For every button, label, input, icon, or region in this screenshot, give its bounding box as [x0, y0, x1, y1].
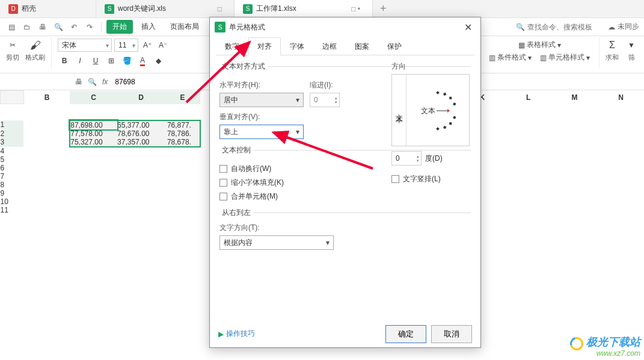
- fx-search-icon[interactable]: 🔍: [85, 78, 99, 86]
- preview-icon[interactable]: 🔍: [52, 20, 65, 34]
- undo-icon[interactable]: ↶: [67, 20, 81, 34]
- indent-spinner[interactable]: 0: [310, 93, 340, 107]
- search-input[interactable]: [527, 23, 600, 31]
- border-icon[interactable]: ⊞: [105, 54, 118, 67]
- format-painter-icon[interactable]: 🖌: [28, 39, 43, 52]
- tab-align[interactable]: 对齐: [248, 37, 281, 55]
- row-header[interactable]: 11: [1, 206, 24, 214]
- vertical-text-button[interactable]: 文本: [392, 75, 406, 146]
- row-header[interactable]: 2: [1, 129, 24, 138]
- cancel-button[interactable]: 取消: [431, 325, 472, 343]
- col-header[interactable]: M: [551, 91, 598, 104]
- row-header[interactable]: 8: [1, 181, 24, 189]
- sum-icon[interactable]: Σ: [606, 39, 619, 52]
- sync-status[interactable]: ☁ 未同步: [608, 22, 639, 32]
- decrease-font-icon[interactable]: A⁻: [156, 39, 170, 52]
- dialog-titlebar[interactable]: S 单元格格式 ✕: [210, 17, 480, 37]
- tab-word-keywords[interactable]: S word关键词.xls □: [96, 0, 235, 17]
- tab-font[interactable]: 字体: [281, 37, 313, 55]
- sync-label: 未同步: [618, 22, 639, 32]
- col-header[interactable]: B: [23, 91, 70, 104]
- document-tabs: D 稻壳 S word关键词.xls □ S 工作簿1.xlsx □ • +: [0, 0, 644, 18]
- conditional-format-button[interactable]: ▥条件格式 ▾: [486, 51, 535, 64]
- table-style-group: ▦表格样式 ▾ ▥条件格式 ▾ ▥单元格样式 ▾: [485, 37, 594, 73]
- open-icon[interactable]: 🗀: [20, 20, 34, 34]
- cell[interactable]: 78,786.: [165, 129, 200, 138]
- row-header[interactable]: 1: [1, 120, 24, 129]
- row-header[interactable]: 6: [1, 164, 24, 172]
- col-header[interactable]: D: [117, 91, 165, 104]
- h-align-select[interactable]: 居中: [219, 93, 304, 107]
- highlight-icon[interactable]: ◆: [152, 54, 165, 67]
- col-header[interactable]: N: [598, 91, 644, 104]
- tab-border[interactable]: 边框: [313, 37, 346, 55]
- svg-rect-4: [453, 102, 456, 105]
- row-header[interactable]: 9: [1, 189, 24, 197]
- watermark: 极光下载站 www.xz7.com: [570, 335, 640, 358]
- select-all-corner[interactable]: [1, 91, 24, 104]
- menu-insert[interactable]: 插入: [135, 20, 162, 34]
- italic-icon[interactable]: I: [73, 54, 87, 67]
- cell[interactable]: 37,357.00: [117, 138, 165, 147]
- tips-link[interactable]: ▶ 操作技巧: [218, 329, 255, 339]
- redo-icon[interactable]: ↷: [83, 20, 96, 34]
- save-icon[interactable]: ▤: [5, 20, 18, 34]
- row-header[interactable]: 10: [1, 197, 24, 206]
- vertical-text-checkbox[interactable]: 文字竖排(L): [391, 174, 470, 184]
- font-name-select[interactable]: 宋体: [58, 39, 112, 52]
- checkbox-icon: [219, 165, 227, 173]
- merge-checkbox[interactable]: 合并单元格(M): [219, 191, 471, 202]
- search-icon: 🔍: [516, 23, 525, 31]
- cell-style-button[interactable]: ▥单元格样式 ▾: [537, 51, 593, 64]
- row-header[interactable]: 7: [1, 172, 24, 181]
- orientation-preview[interactable]: 文本 文本: [391, 74, 470, 146]
- command-search[interactable]: 🔍: [516, 23, 600, 31]
- col-header[interactable]: L: [505, 91, 551, 104]
- watermark-logo-icon: [568, 335, 586, 353]
- indent-label: 缩进(I):: [310, 80, 340, 90]
- print-icon[interactable]: 🖶: [36, 20, 49, 34]
- tab-workbook1[interactable]: S 工作簿1.xlsx □ •: [235, 0, 373, 17]
- table-style-button[interactable]: ▦表格样式 ▾: [515, 39, 564, 51]
- svg-rect-7: [443, 126, 446, 129]
- font-size-select[interactable]: 11: [114, 39, 138, 52]
- row-header[interactable]: 4: [1, 147, 24, 155]
- cell[interactable]: 78,676.00: [117, 129, 165, 138]
- row-header[interactable]: [1, 104, 24, 120]
- tab-number[interactable]: 数字: [216, 37, 248, 55]
- increase-font-icon[interactable]: A⁺: [141, 39, 154, 52]
- cell[interactable]: 77,578.00: [70, 129, 117, 138]
- tab-pattern[interactable]: 图案: [346, 37, 378, 55]
- cell[interactable]: 78,678.: [165, 138, 200, 147]
- tab-protect[interactable]: 保护: [378, 37, 411, 55]
- fill-color-icon[interactable]: 🪣: [120, 54, 133, 67]
- cut-icon[interactable]: ✂: [6, 39, 19, 52]
- svg-rect-2: [443, 93, 446, 96]
- clipboard-group: ✂ 剪切: [5, 37, 20, 73]
- filter-icon[interactable]: ▼: [625, 39, 638, 52]
- col-header[interactable]: E: [165, 91, 200, 104]
- menu-start[interactable]: 开始: [106, 20, 133, 34]
- underline-icon[interactable]: U: [89, 54, 102, 67]
- cell[interactable]: 75,327.00: [70, 138, 117, 147]
- checkbox-icon: [391, 175, 399, 183]
- close-icon[interactable]: ✕: [461, 20, 476, 34]
- bold-icon[interactable]: B: [58, 54, 71, 67]
- text-direction-label: 文字方向(T):: [219, 223, 471, 233]
- tab-dao-ke[interactable]: D 稻壳: [0, 0, 96, 17]
- menu-page-layout[interactable]: 页面布局: [164, 20, 205, 34]
- dialog-title: 单元格格式: [229, 22, 265, 33]
- v-align-select[interactable]: 靠上: [219, 125, 304, 139]
- text-direction-select[interactable]: 根据内容: [219, 235, 334, 250]
- ok-button[interactable]: 确定: [385, 325, 426, 343]
- new-tab-button[interactable]: +: [373, 0, 394, 17]
- col-header[interactable]: C: [70, 91, 117, 104]
- angle-spinner[interactable]: 0: [391, 151, 422, 166]
- cell[interactable]: 87,698.00: [70, 120, 117, 129]
- row-header[interactable]: 5: [1, 155, 24, 164]
- cell[interactable]: 76,877.: [165, 120, 200, 129]
- row-header[interactable]: 3: [1, 138, 24, 147]
- fx-print-icon[interactable]: 🖶: [72, 78, 85, 86]
- cell[interactable]: 65,377.00: [117, 120, 165, 129]
- font-color-icon[interactable]: A: [136, 54, 149, 67]
